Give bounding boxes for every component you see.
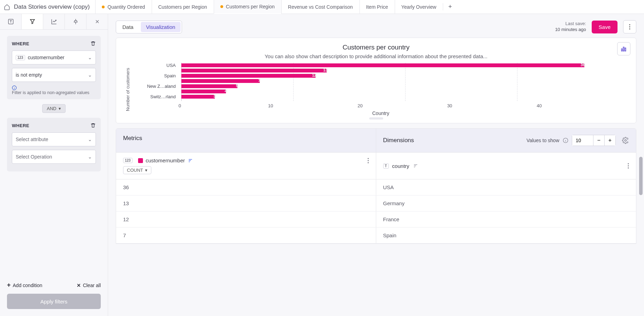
info-icon[interactable] — [563, 138, 568, 143]
more-menu-button[interactable] — [623, 20, 636, 33]
close-panel-icon[interactable] — [86, 14, 108, 29]
svg-rect-6 — [621, 49, 622, 51]
svg-point-10 — [625, 140, 627, 141]
add-condition-button[interactable]: +Add condition — [7, 282, 42, 289]
operation-select[interactable]: is not empty ⌄ — [12, 68, 96, 82]
filter-mode-icon[interactable] — [22, 14, 43, 29]
numeric-type-badge: 123 — [123, 158, 132, 163]
panel-mode-strip — [0, 14, 108, 30]
clear-all-button[interactable]: ✕Clear all — [77, 282, 101, 289]
svg-point-12 — [368, 160, 369, 161]
chart-mode-icon[interactable] — [43, 14, 65, 29]
bar-row: New Z…aland5 — [132, 84, 629, 88]
scroll-thumb[interactable] — [639, 157, 643, 195]
chart-type-icon[interactable] — [617, 42, 630, 55]
pin-mode-icon[interactable] — [65, 14, 86, 29]
x-tick: 10 — [268, 103, 361, 108]
unsaved-dot-icon — [220, 5, 223, 8]
aggregation-select[interactable]: COUNT▾ — [123, 166, 151, 174]
attribute-placeholder: Select attribute — [16, 137, 48, 142]
tab[interactable]: Customers per Region — [214, 0, 281, 14]
svg-point-11 — [368, 158, 369, 159]
tab[interactable]: Revenue vs Cost Comparison — [281, 0, 359, 14]
operation-select-empty[interactable]: Select Operation ⌄ — [12, 150, 96, 164]
dimensions-header: Dimensions Values to show − + — [376, 129, 636, 152]
tab-label: Yearly Overview — [401, 4, 437, 10]
tab-label: Customers per Region — [158, 4, 207, 10]
x-tick: 40 — [537, 103, 629, 108]
attribute-select[interactable]: 123 customernumber ⌄ — [12, 51, 96, 64]
resize-handle[interactable] — [369, 117, 383, 120]
where-label: WHERE — [12, 123, 29, 128]
bar-value-label: 5 — [236, 84, 238, 88]
sort-icon[interactable] — [188, 158, 193, 163]
apply-filters-button[interactable]: Apply filters — [7, 294, 101, 309]
bar: 5 — [181, 84, 237, 88]
filter-block-1: WHERE 123 customernumber ⌄ is not empty … — [7, 36, 101, 99]
bar-category-label: Spain — [132, 73, 179, 78]
values-to-show-input[interactable] — [572, 135, 593, 146]
stepper-plus[interactable]: + — [604, 135, 615, 146]
tab[interactable]: Yearly Overview — [395, 0, 443, 14]
tab-label: Revenue vs Cost Comparison — [288, 4, 353, 10]
add-tab-button[interactable]: + — [443, 3, 457, 10]
bar-row: Switz…rland3 — [132, 94, 629, 99]
gear-icon[interactable] — [622, 137, 629, 144]
text-mode-icon[interactable] — [0, 14, 22, 29]
main-toolbar: Data Visualization Last save: 10 minutes… — [108, 14, 644, 38]
bar-category-label: Switz…rland — [132, 94, 179, 99]
delete-filter-icon[interactable] — [90, 123, 96, 128]
operation-placeholder: Select Operation — [16, 154, 52, 160]
sort-icon[interactable] — [413, 163, 418, 168]
x-tick: 0 — [179, 103, 271, 108]
main-panel: Data Visualization Last save: 10 minutes… — [108, 14, 644, 316]
data-table: Metrics Dimensions Values to show − + — [116, 128, 636, 244]
dimension-column-header: T country — [376, 153, 636, 179]
metric-cell: 13 — [116, 195, 376, 211]
metric-cell: 12 — [116, 211, 376, 227]
bar-value-label: 7 — [258, 78, 260, 83]
bar-value-label: 4 — [225, 89, 227, 93]
dimension-menu-icon[interactable] — [628, 163, 629, 169]
svg-point-14 — [628, 163, 629, 164]
tab[interactable]: Customers per Region — [152, 0, 214, 14]
home-icon[interactable] — [0, 4, 14, 10]
save-button[interactable]: Save — [592, 21, 618, 33]
x-axis-ticks: 010203040 — [132, 103, 629, 108]
y-axis-label: Number of customers — [123, 63, 132, 116]
metrics-header: Metrics — [116, 129, 376, 152]
filter-info-text: Filter is applied to non-agregated value… — [12, 90, 96, 95]
attribute-select-empty[interactable]: Select attribute ⌄ — [12, 132, 96, 146]
metric-name: customernumber — [146, 157, 185, 163]
and-operator-pill[interactable]: AND ▾ — [42, 104, 65, 113]
svg-point-15 — [628, 165, 629, 166]
dimension-cell: France — [376, 211, 407, 227]
bar-value-label: 36 — [581, 63, 585, 67]
page-title: Data Stories overview (copy) — [14, 3, 95, 10]
metric-menu-icon[interactable] — [368, 158, 369, 163]
data-viz-toggle: Data Visualization — [116, 21, 182, 33]
stepper-minus[interactable]: − — [593, 135, 604, 146]
bar: 13 — [181, 69, 327, 72]
scrollbar[interactable] — [639, 157, 643, 316]
bar: 4 — [181, 90, 226, 93]
table-row: 36USA — [116, 179, 636, 195]
data-tab-button[interactable]: Data — [116, 21, 140, 33]
info-icon — [12, 85, 96, 90]
bar-row: USA36 — [132, 63, 629, 68]
tab[interactable]: Quantity Ordered — [95, 0, 151, 14]
bar: 12 — [181, 74, 316, 78]
tab[interactable]: Item Price — [359, 0, 395, 14]
last-save-info: Last save: 10 minutes ago — [555, 21, 586, 33]
bar-category-label: New Z…aland — [132, 84, 179, 89]
x-tick: 20 — [358, 103, 450, 108]
svg-point-16 — [628, 167, 629, 168]
table-row: 12France — [116, 211, 636, 228]
visualization-tab-button[interactable]: Visualization — [141, 22, 181, 32]
delete-filter-icon[interactable] — [90, 41, 96, 46]
numeric-type-badge: 123 — [16, 55, 25, 60]
chevron-down-icon: ⌄ — [88, 72, 92, 78]
tab-label: Item Price — [366, 4, 388, 10]
values-to-show-stepper[interactable]: − + — [572, 135, 616, 146]
filter-block-2: WHERE Select attribute ⌄ Select Operatio… — [7, 118, 101, 171]
